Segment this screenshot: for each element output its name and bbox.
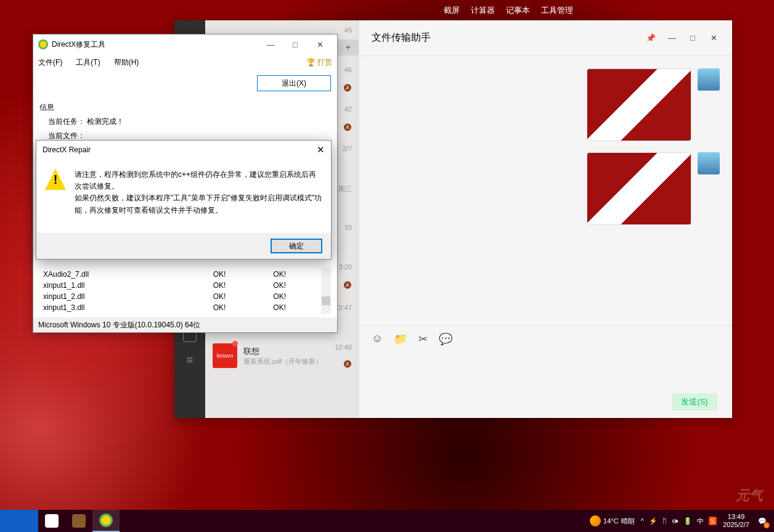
status-cell: OK!: [211, 269, 270, 279]
shortcut-calculator[interactable]: 计算器: [471, 5, 495, 16]
directx-repair-dialog: DirectX Repair ✕ 请注意，程序检测到您系统中的c++组件仍存在异…: [36, 140, 332, 260]
info-label: 信息: [39, 102, 331, 113]
status-cell: OK!: [211, 292, 270, 301]
start-button[interactable]: [0, 510, 38, 532]
window-title: DirectX修复工具: [52, 39, 258, 50]
wechat-side-menu-icon[interactable]: ≡: [183, 353, 197, 367]
close-icon[interactable]: ✕: [317, 144, 325, 155]
dialog-text-line: 如果仍然失败，建议到本程序"工具"菜单下开启"修复失败时启用调试模式"功能，再次…: [75, 192, 322, 216]
file-table-area: XAudio2_7.dllOK!OK! xinput1_1.dllOK!OK! …: [39, 268, 331, 314]
tray-battery-icon[interactable]: 🔋: [683, 517, 692, 525]
scrollbar-thumb[interactable]: [322, 297, 330, 305]
window-controls: — □ ✕: [258, 36, 332, 53]
shortcut-notepad[interactable]: 记事本: [506, 5, 530, 16]
tray-net-icon[interactable]: ᛖ: [662, 517, 667, 525]
chat-day: 期三: [338, 184, 352, 194]
new-tab-button[interactable]: +: [338, 39, 359, 55]
maximize-icon[interactable]: □: [283, 36, 308, 53]
taskbar-app-2[interactable]: [65, 510, 92, 532]
chat-item-lenovo[interactable]: lenovo 联想 重装系统.pdf（开年焕新） 12:40 🔕: [205, 336, 359, 375]
wechat-header-title: 文件传输助手: [372, 31, 645, 44]
menu-help[interactable]: 帮助(H): [114, 57, 139, 68]
weather-widget[interactable]: 14°C 晴朗: [590, 515, 635, 526]
table-row[interactable]: xinput1_2.dllOK!OK!: [41, 292, 330, 301]
weather-icon: [590, 515, 601, 526]
file-cell: xinput1_1.dll: [41, 280, 210, 290]
taskbar-app-1[interactable]: [38, 510, 65, 532]
mute-icon: 🔕: [343, 84, 352, 92]
pin-icon[interactable]: 📌: [645, 33, 657, 43]
table-row[interactable]: xinput1_3.dllOK!OK!: [41, 303, 330, 313]
close-icon[interactable]: ✕: [308, 36, 332, 53]
wechat-messages[interactable]: [359, 56, 732, 325]
menu-file[interactable]: 文件(F): [38, 57, 62, 68]
avatar[interactable]: [698, 152, 720, 174]
message-row: [587, 68, 720, 141]
tray-sogou-icon[interactable]: S: [709, 517, 717, 525]
dialog-text-line: 请注意，程序检测到您系统中的c++组件仍存在异常，建议您重启系统后再次尝试修复。: [75, 169, 322, 192]
dialog-footer: 确定: [36, 233, 331, 259]
warning-icon: [45, 169, 66, 190]
desktop-top-shortcuts: 截屏 计算器 记事本 工具管理: [444, 5, 573, 16]
weather-desc: 晴朗: [621, 517, 635, 526]
taskbar: 14°C 晴朗 ^ ⚡ ᛖ 🕪 🔋 中 S 13:49 2025/2/7 💬: [0, 510, 774, 532]
chat-icon[interactable]: 💬: [439, 332, 452, 346]
avatar[interactable]: [698, 68, 720, 91]
table-row[interactable]: XAudio2_7.dllOK!OK!: [41, 269, 330, 279]
wechat-header: 文件传输助手 📌 — □ ✕: [359, 20, 732, 56]
chat-time: 33: [344, 224, 352, 231]
clock-date: 2025/2/7: [723, 521, 749, 529]
tray-ime-icon[interactable]: 中: [697, 517, 704, 526]
mute-icon: 🔕: [343, 123, 352, 131]
file-cell: xinput1_3.dll: [41, 303, 210, 313]
taskbar-clock[interactable]: 13:49 2025/2/7: [723, 513, 749, 529]
taskbar-app-directx[interactable]: [92, 510, 120, 532]
folder-icon[interactable]: 📁: [394, 332, 407, 346]
ok-button[interactable]: 确定: [271, 239, 322, 253]
info-section: 信息 当前任务： 检测完成！ 当前文件：: [39, 91, 331, 141]
file-table: XAudio2_7.dllOK!OK! xinput1_1.dllOK!OK! …: [39, 268, 331, 314]
titlebar[interactable]: DirectX修复工具 — □ ✕: [33, 35, 337, 54]
emoji-icon[interactable]: ☺: [372, 332, 383, 346]
chat-time: 3:20: [339, 263, 352, 271]
chat-time: 42: [344, 105, 352, 113]
shortcut-toolmgr[interactable]: 工具管理: [541, 5, 573, 16]
tray-volume-icon[interactable]: 🕪: [672, 517, 678, 525]
status-bar: Microsoft Windows 10 专业版(10.0.19045.0) 6…: [33, 317, 337, 332]
table-row[interactable]: xinput1_1.dllOK!OK!: [41, 280, 330, 290]
chat-time: 46: [344, 66, 352, 73]
tray-chevron-icon[interactable]: ^: [641, 517, 644, 525]
chat-time: 12:40: [335, 343, 352, 351]
reward-link[interactable]: 🏆 打赏: [306, 57, 332, 68]
message-image[interactable]: [587, 68, 691, 141]
app-icon: [38, 39, 48, 49]
shortcut-screenshot[interactable]: 截屏: [444, 5, 460, 16]
close-icon[interactable]: ✕: [707, 33, 720, 43]
wechat-input-area[interactable]: ☺ 📁 ✂ 💬 发送(S): [359, 325, 732, 418]
app-icon: [99, 514, 113, 527]
message-image[interactable]: [587, 152, 691, 225]
notification-icon[interactable]: 💬: [756, 514, 769, 528]
menubar: 文件(F) 工具(T) 帮助(H) 🏆 打赏: [33, 54, 337, 70]
status-cell: OK!: [211, 303, 270, 313]
send-button[interactable]: 发送(S): [672, 393, 717, 411]
wechat-input-toolbar: ☺ 📁 ✂ 💬: [372, 332, 720, 346]
weather-temp: 14°C: [603, 517, 619, 525]
avatar: lenovo: [213, 343, 237, 368]
dialog-body: 请注意，程序检测到您系统中的c++组件仍存在异常，建议您重启系统后再次尝试修复。…: [36, 159, 331, 223]
scrollbar[interactable]: [321, 268, 331, 314]
dialog-titlebar[interactable]: DirectX Repair ✕: [36, 141, 331, 159]
maximize-icon[interactable]: □: [686, 33, 699, 43]
tray-power-icon[interactable]: ⚡: [649, 517, 658, 525]
minimize-icon[interactable]: —: [258, 36, 283, 53]
menu-tool[interactable]: 工具(T): [76, 57, 100, 68]
exit-button[interactable]: 退出(X): [257, 75, 331, 91]
scissors-icon[interactable]: ✂: [418, 332, 428, 346]
app-icon: [72, 514, 86, 528]
current-file-label: 当前文件：: [48, 131, 85, 140]
file-cell: XAudio2_7.dll: [41, 269, 210, 279]
minimize-icon[interactable]: —: [666, 33, 678, 43]
unread-badge: [232, 341, 238, 346]
current-task-row: 当前任务： 检测完成！: [39, 117, 331, 127]
wechat-main-panel: 文件传输助手 📌 — □ ✕ ☺ 📁 ✂ 💬: [359, 20, 732, 418]
